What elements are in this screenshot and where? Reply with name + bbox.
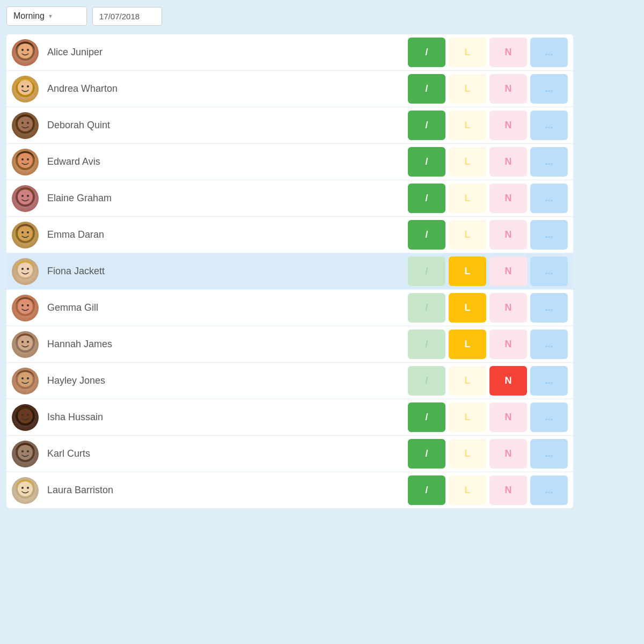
date-value: 17/07/2018 bbox=[99, 12, 140, 21]
more-button[interactable]: ... bbox=[530, 257, 568, 286]
student-name: Gemma Gill bbox=[47, 302, 408, 313]
more-button[interactable]: ... bbox=[530, 147, 568, 177]
more-button[interactable]: ... bbox=[530, 475, 568, 505]
absent-button[interactable]: N bbox=[489, 475, 527, 505]
svg-point-38 bbox=[21, 377, 24, 379]
avatar bbox=[12, 149, 39, 175]
avatar bbox=[12, 222, 39, 248]
absent-button[interactable]: N bbox=[489, 38, 527, 67]
svg-point-13 bbox=[18, 153, 33, 168]
svg-point-5 bbox=[18, 80, 33, 95]
svg-point-39 bbox=[27, 377, 29, 379]
svg-point-49 bbox=[18, 481, 33, 496]
present-button[interactable]: / bbox=[408, 74, 445, 104]
svg-point-14 bbox=[21, 158, 24, 160]
action-buttons: /LN... bbox=[408, 184, 568, 213]
svg-point-41 bbox=[18, 408, 33, 423]
present-button[interactable]: / bbox=[408, 111, 445, 140]
svg-point-33 bbox=[18, 335, 33, 350]
present-button[interactable]: / bbox=[408, 38, 445, 67]
student-name: Hayley Jones bbox=[47, 375, 408, 386]
more-button[interactable]: ... bbox=[530, 293, 568, 323]
student-row: Emma Daran/LN... bbox=[6, 217, 573, 253]
avatar bbox=[12, 404, 39, 431]
action-buttons: /LN... bbox=[408, 38, 568, 67]
present-button[interactable]: / bbox=[408, 184, 445, 213]
svg-point-10 bbox=[21, 122, 24, 124]
late-button[interactable]: L bbox=[449, 74, 486, 104]
late-button[interactable]: L bbox=[449, 330, 486, 359]
more-button[interactable]: ... bbox=[530, 439, 568, 469]
more-button[interactable]: ... bbox=[530, 330, 568, 359]
svg-point-26 bbox=[21, 268, 24, 270]
absent-button[interactable]: N bbox=[489, 293, 527, 323]
present-button[interactable]: / bbox=[408, 475, 445, 505]
present-button[interactable]: / bbox=[408, 257, 445, 286]
late-button[interactable]: L bbox=[449, 475, 486, 505]
present-button[interactable]: / bbox=[408, 439, 445, 469]
absent-button[interactable]: N bbox=[489, 439, 527, 469]
student-name: Karl Curts bbox=[47, 448, 408, 459]
present-button[interactable]: / bbox=[408, 220, 445, 250]
more-button[interactable]: ... bbox=[530, 74, 568, 104]
shift-dropdown[interactable]: Morning ▾ bbox=[6, 6, 87, 26]
more-button[interactable]: ... bbox=[530, 111, 568, 140]
absent-button[interactable]: N bbox=[489, 147, 527, 177]
avatar bbox=[12, 441, 39, 467]
present-button[interactable]: / bbox=[408, 330, 445, 359]
student-name: Isha Hussain bbox=[47, 412, 408, 423]
svg-point-43 bbox=[27, 414, 29, 416]
late-button[interactable]: L bbox=[449, 439, 486, 469]
svg-point-29 bbox=[18, 299, 33, 314]
svg-point-27 bbox=[27, 268, 29, 270]
svg-point-35 bbox=[27, 341, 29, 343]
more-button[interactable]: ... bbox=[530, 220, 568, 250]
absent-button[interactable]: N bbox=[489, 330, 527, 359]
svg-point-3 bbox=[27, 49, 29, 51]
absent-button[interactable]: N bbox=[489, 111, 527, 140]
late-button[interactable]: L bbox=[449, 147, 486, 177]
absent-button[interactable]: N bbox=[489, 257, 527, 286]
absent-button[interactable]: N bbox=[489, 366, 527, 396]
more-button[interactable]: ... bbox=[530, 38, 568, 67]
svg-point-31 bbox=[27, 304, 29, 306]
svg-point-22 bbox=[21, 231, 24, 233]
date-picker[interactable]: 17/07/2018 bbox=[92, 7, 162, 26]
late-button[interactable]: L bbox=[449, 257, 486, 286]
svg-point-45 bbox=[18, 445, 33, 460]
present-button[interactable]: / bbox=[408, 293, 445, 323]
more-button[interactable]: ... bbox=[530, 366, 568, 396]
svg-point-15 bbox=[27, 158, 29, 160]
svg-point-46 bbox=[21, 450, 24, 452]
late-button[interactable]: L bbox=[449, 402, 486, 432]
late-button[interactable]: L bbox=[449, 111, 486, 140]
svg-point-21 bbox=[18, 226, 33, 241]
student-name: Deborah Quint bbox=[47, 120, 408, 131]
action-buttons: /LN... bbox=[408, 330, 568, 359]
absent-button[interactable]: N bbox=[489, 74, 527, 104]
svg-point-47 bbox=[27, 450, 29, 452]
late-button[interactable]: L bbox=[449, 38, 486, 67]
late-button[interactable]: L bbox=[449, 220, 486, 250]
student-row: Gemma Gill/LN... bbox=[6, 290, 573, 326]
student-row: Isha Hussain/LN... bbox=[6, 399, 573, 436]
shift-arrow-icon: ▾ bbox=[49, 12, 52, 20]
present-button[interactable]: / bbox=[408, 402, 445, 432]
absent-button[interactable]: N bbox=[489, 220, 527, 250]
absent-button[interactable]: N bbox=[489, 402, 527, 432]
late-button[interactable]: L bbox=[449, 366, 486, 396]
more-button[interactable]: ... bbox=[530, 184, 568, 213]
more-button[interactable]: ... bbox=[530, 402, 568, 432]
student-name: Elaine Graham bbox=[47, 193, 408, 204]
action-buttons: /LN... bbox=[408, 439, 568, 469]
present-button[interactable]: / bbox=[408, 147, 445, 177]
late-button[interactable]: L bbox=[449, 293, 486, 323]
action-buttons: /LN... bbox=[408, 74, 568, 104]
absent-button[interactable]: N bbox=[489, 184, 527, 213]
late-button[interactable]: L bbox=[449, 184, 486, 213]
svg-point-19 bbox=[27, 195, 29, 197]
present-button[interactable]: / bbox=[408, 366, 445, 396]
student-row: Karl Curts/LN... bbox=[6, 436, 573, 472]
action-buttons: /LN... bbox=[408, 366, 568, 396]
action-buttons: /LN... bbox=[408, 402, 568, 432]
